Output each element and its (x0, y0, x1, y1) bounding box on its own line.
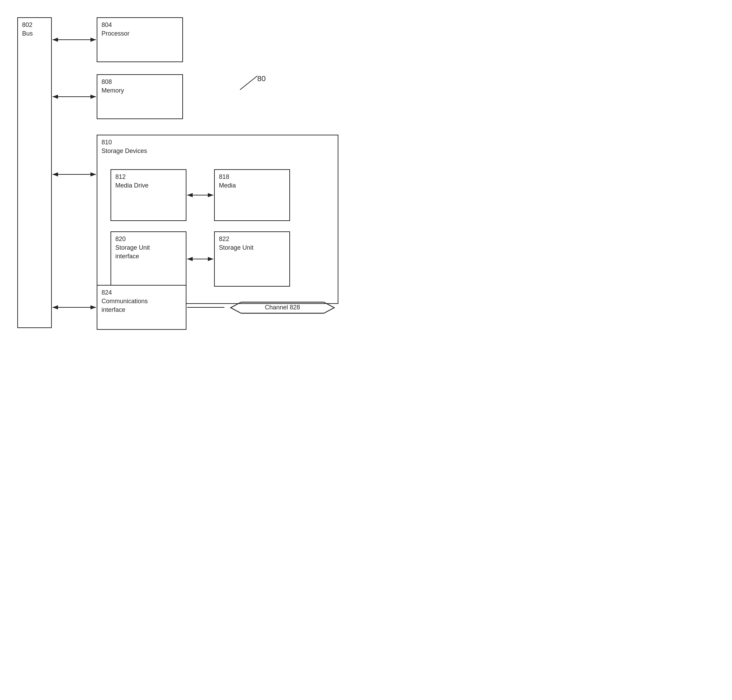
arrows-svg (10, 10, 356, 342)
channel-arrow-svg: Channel 828 (224, 300, 341, 315)
system-label: 800 (238, 74, 266, 93)
channel-arrow: Channel 828 (224, 300, 341, 316)
channel-label: Channel 828 (265, 304, 300, 311)
label-800-svg: 800 (238, 74, 266, 91)
svg-line-2 (240, 76, 257, 90)
architecture-diagram: 802 Bus 804 Processor 808 Memory 810 Sto… (10, 10, 356, 342)
svg-text:800: 800 (257, 74, 266, 83)
